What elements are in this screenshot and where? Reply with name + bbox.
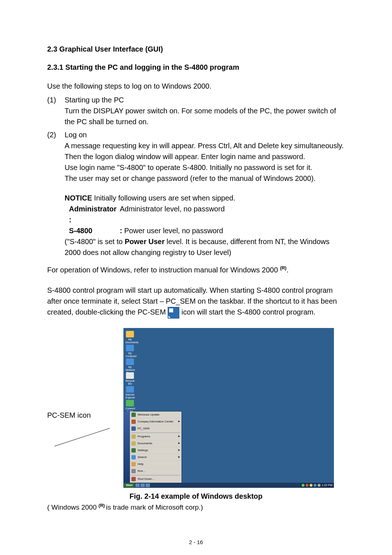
figure-pointer-label: PC-SEM icon (47, 359, 120, 457)
submenu-arrow-icon: ▶ (178, 455, 180, 459)
notice-tail: ("S-4800" is set to Power User level. It… (47, 236, 345, 258)
start-menu-item[interactable]: Shut Down... (123, 476, 181, 483)
submenu-arrow-icon: ▶ (178, 441, 180, 445)
start-menu-item[interactable]: Programs▶ (123, 433, 181, 440)
windows-desktop-screenshot: My DocumentsMy ComputerMy Network Places… (123, 328, 334, 488)
step-text: Use login name "S-4800" to operate S-480… (65, 162, 345, 173)
user-desc: : Power user level, no password (120, 225, 223, 236)
step-title: Log on (65, 129, 345, 140)
start-menu: Windows UpdateCompaq Information Center▶… (123, 412, 181, 483)
start-menu-item[interactable]: Settings▶ (123, 447, 181, 454)
intro-text: Use the following steps to log on to Win… (47, 81, 345, 92)
menu-item-icon (131, 420, 136, 424)
user-row-admin: Administrator : Administrator level, no … (47, 203, 345, 225)
menu-item-icon (131, 462, 136, 466)
step-1: (1) Starting up the PC Turn the DISPLAY … (47, 94, 345, 127)
menu-item-icon (131, 469, 136, 473)
quicklaunch-icon[interactable] (135, 483, 140, 487)
page-number: 2 - 16 (47, 538, 345, 547)
tray-icon[interactable] (302, 484, 305, 487)
system-tray: 1:22 PM (300, 483, 334, 487)
registered-mark: (R) (280, 265, 286, 271)
step-number: (2) (47, 129, 65, 184)
start-menu-item[interactable]: Run... (123, 468, 181, 475)
menu-item-icon (131, 434, 136, 439)
step-text: Turn the DISPLAY power switch on. For so… (65, 105, 345, 127)
notice-label: NOTICE (65, 194, 92, 202)
tray-icon[interactable] (314, 484, 317, 487)
submenu-arrow-icon: ▶ (178, 434, 180, 438)
figure-caption: Fig. 2-14 example of Windows desktop (47, 491, 345, 502)
callout-line (54, 421, 109, 457)
step-2: (2) Log on A message requesting key in w… (47, 129, 345, 184)
notice-text: Initially following users are set when s… (92, 194, 236, 202)
quicklaunch-icon[interactable] (140, 483, 145, 487)
start-menu-item[interactable]: Documents▶ (123, 440, 181, 447)
clock: 1:22 PM (322, 483, 332, 487)
step-text: A message requesting key in will appear.… (65, 140, 345, 162)
menu-item-icon (131, 441, 136, 446)
step-text: The user may set or change password (ref… (65, 173, 345, 184)
step-number: (1) (47, 94, 65, 127)
desktop-shortcut-icon[interactable]: Internet Explorer (126, 386, 134, 399)
taskbar: Start 1:22 PM (123, 483, 334, 488)
subsection-heading: 2.3.1 Starting the PC and logging in the… (47, 62, 345, 73)
user-name: Administrator : (69, 203, 120, 225)
start-menu-banner (123, 412, 130, 483)
desktop-shortcut-icon[interactable]: My Documents (126, 331, 134, 344)
quicklaunch-icon[interactable] (146, 483, 150, 487)
start-menu-item[interactable]: Compaq Information Center▶ (123, 418, 181, 425)
menu-item-icon (131, 455, 136, 459)
user-name: S-4800 (69, 225, 120, 236)
pc-sem-icon (168, 307, 179, 319)
menu-item-icon (131, 477, 136, 481)
figure-wrap: PC-SEM icon My DocumentsMy ComputerMy Ne… (47, 328, 345, 488)
start-menu-item[interactable]: PC_SEM (123, 425, 181, 432)
tray-icon[interactable] (318, 484, 320, 487)
notice-block: NOTICE Initially following users are set… (47, 193, 345, 203)
step-title: Starting up the PC (65, 94, 345, 105)
figure-footnote: ( Windows 2000 (R) is trade mark of Micr… (47, 502, 345, 513)
document-page: 2.3 Graphical User Interface (GUI) 2.3.1… (0, 0, 392, 555)
reference-text: For operation of Windows, refer to instr… (47, 264, 345, 275)
start-menu-item[interactable]: Help (123, 461, 181, 468)
menu-item-icon (131, 413, 136, 417)
section-heading: 2.3 Graphical User Interface (GUI) (47, 44, 345, 54)
tray-icon[interactable] (310, 484, 313, 487)
desktop-shortcut-icon[interactable]: My Computer (126, 345, 134, 358)
start-menu-item[interactable]: Search▶ (123, 454, 181, 461)
submenu-arrow-icon: ▶ (178, 420, 180, 424)
start-menu-item[interactable]: Windows Update (123, 412, 181, 418)
user-desc: Administrator level, no password (120, 203, 225, 225)
tray-icon[interactable] (306, 484, 309, 487)
menu-item-icon (131, 448, 136, 453)
start-button[interactable]: Start (124, 483, 135, 487)
registered-mark: (R) (99, 503, 106, 508)
desktop-shortcut-icon[interactable]: Recycle Bin (126, 372, 134, 385)
user-row-s4800: S-4800 : Power user level, no password (47, 225, 345, 236)
menu-item-icon (131, 426, 136, 431)
autostart-text: S-4800 control program will start up aut… (47, 285, 345, 319)
submenu-arrow-icon: ▶ (178, 448, 180, 452)
